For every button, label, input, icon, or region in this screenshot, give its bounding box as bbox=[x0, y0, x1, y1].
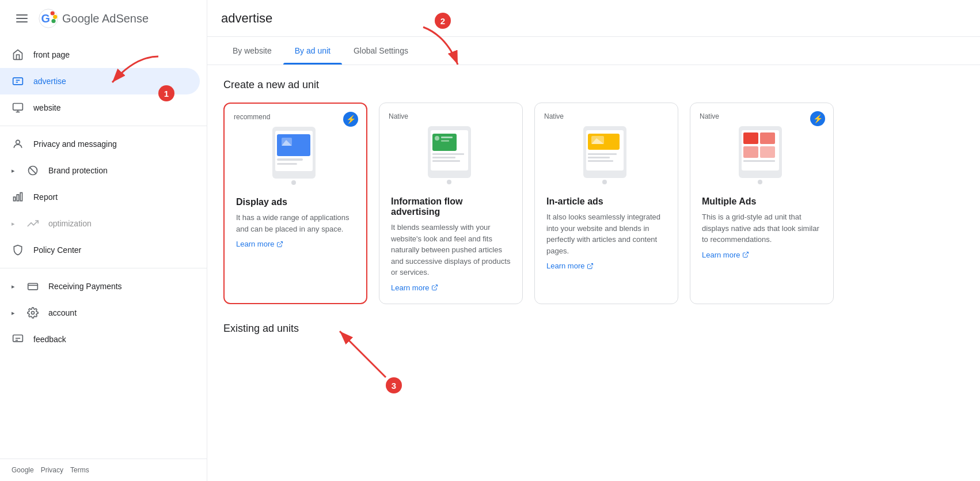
expand-dot-opt: ▸ bbox=[12, 220, 15, 228]
svg-rect-36 bbox=[441, 137, 453, 138]
card-badge-article: Native bbox=[544, 112, 564, 120]
logo: G Google AdSense bbox=[38, 8, 149, 29]
card-title-info: Information flow advertising bbox=[391, 196, 511, 217]
svg-point-19 bbox=[32, 312, 35, 315]
sidebar-label-brand: Brand protection bbox=[48, 166, 108, 175]
svg-rect-16 bbox=[20, 193, 22, 201]
sidebar-header: G Google AdSense bbox=[0, 0, 207, 37]
sidebar-item-report[interactable]: Report bbox=[0, 184, 200, 210]
card-in-article[interactable]: Native bbox=[534, 103, 678, 304]
home-icon bbox=[12, 48, 24, 61]
sidebar-label-front-page: front page bbox=[33, 50, 70, 59]
svg-line-52 bbox=[590, 263, 593, 267]
person-icon bbox=[12, 138, 24, 150]
footer-google[interactable]: Google bbox=[12, 466, 34, 474]
card-learn-more-article[interactable]: Learn more bbox=[546, 262, 594, 270]
arrow-2 bbox=[417, 24, 475, 70]
svg-point-2 bbox=[51, 11, 55, 15]
logo-text: Google AdSense bbox=[62, 12, 149, 25]
tab-by-ad-unit[interactable]: By ad unit bbox=[283, 37, 342, 65]
topbar: advertise bbox=[207, 0, 980, 37]
svg-rect-56 bbox=[760, 132, 775, 144]
svg-point-30 bbox=[291, 180, 296, 185]
card-desc-article: It also looks seamlessly integrated into… bbox=[546, 211, 666, 256]
footer-privacy[interactable]: Privacy bbox=[41, 466, 63, 474]
card-multiple-ads[interactable]: Native ⚡ bbox=[690, 103, 834, 304]
sidebar-item-optimization[interactable]: ▸ optimization bbox=[0, 210, 200, 237]
arrow-3 bbox=[328, 320, 397, 383]
expand-dot-brand: ▸ bbox=[12, 167, 15, 175]
sidebar-nav: front page advertise website bbox=[0, 37, 207, 459]
svg-rect-28 bbox=[277, 158, 303, 161]
block-icon bbox=[26, 164, 39, 177]
badge-1: 1 bbox=[158, 85, 174, 101]
card-learn-more-info[interactable]: Learn more bbox=[391, 283, 438, 292]
svg-line-42 bbox=[434, 285, 438, 289]
sidebar-label-payments: Receiving Payments bbox=[48, 282, 122, 291]
sidebar-label-website: website bbox=[33, 103, 60, 112]
shield-icon bbox=[12, 244, 24, 256]
svg-rect-14 bbox=[14, 197, 16, 201]
expand-dot-account: ▸ bbox=[12, 309, 15, 317]
sidebar-item-payments[interactable]: ▸ Receiving Payments bbox=[0, 273, 200, 300]
svg-text:G: G bbox=[41, 12, 50, 25]
card-desc-display: It has a wide range of applications and … bbox=[236, 212, 355, 234]
svg-rect-40 bbox=[432, 160, 460, 162]
card-desc-info: It blends seamlessly with your website's… bbox=[391, 222, 511, 278]
card-title-display: Display ads bbox=[236, 197, 355, 207]
card-badge-multiple: Native bbox=[700, 112, 719, 120]
sidebar-label-optimization: optimization bbox=[48, 219, 92, 228]
footer-terms[interactable]: Terms bbox=[70, 466, 89, 474]
advertise-icon bbox=[12, 75, 24, 88]
svg-point-35 bbox=[435, 136, 439, 141]
sidebar-item-account[interactable]: ▸ account bbox=[0, 300, 200, 326]
svg-rect-49 bbox=[588, 157, 610, 158]
logo-icon: G bbox=[38, 8, 59, 29]
svg-line-61 bbox=[745, 252, 749, 256]
svg-point-60 bbox=[758, 180, 762, 184]
tab-by-website[interactable]: By website bbox=[221, 37, 283, 65]
svg-rect-50 bbox=[588, 160, 613, 162]
svg-rect-5 bbox=[13, 78, 23, 85]
card-title-multiple: Multiple Ads bbox=[702, 196, 822, 207]
card-title-article: In-article ads bbox=[546, 196, 666, 207]
create-section-title: Create a new ad unit bbox=[223, 79, 964, 91]
sidebar-item-brand[interactable]: ▸ Brand protection bbox=[0, 157, 200, 184]
card-learn-more-display[interactable]: Learn more bbox=[236, 240, 283, 248]
comment-icon bbox=[12, 333, 24, 346]
sidebar-item-feedback[interactable]: feedback bbox=[0, 326, 200, 353]
card-info-flow[interactable]: Native bbox=[379, 103, 523, 304]
card-badge-display: recommend bbox=[234, 113, 270, 121]
svg-point-51 bbox=[602, 180, 607, 184]
expand-dot-payments: ▸ bbox=[12, 283, 15, 290]
svg-rect-57 bbox=[743, 146, 758, 158]
sidebar-label-feedback: feedback bbox=[33, 335, 66, 344]
svg-rect-38 bbox=[432, 153, 464, 155]
svg-point-11 bbox=[16, 140, 20, 144]
monitor-icon bbox=[12, 101, 24, 114]
card-badge-info: Native bbox=[389, 112, 408, 120]
lightning-icon-multiple: ⚡ bbox=[810, 111, 825, 126]
svg-point-3 bbox=[53, 15, 57, 19]
sidebar-label-privacy: Privacy and messaging bbox=[33, 139, 117, 149]
svg-line-13 bbox=[29, 167, 36, 174]
svg-rect-37 bbox=[441, 140, 449, 142]
bar-chart-icon bbox=[12, 191, 24, 203]
content-area: Create a new ad unit recommend ⚡ bbox=[207, 65, 980, 481]
sidebar-item-privacy[interactable]: Privacy and messaging bbox=[0, 131, 200, 157]
card-display-ads[interactable]: recommend ⚡ bbox=[223, 103, 367, 304]
sidebar-item-policy[interactable]: Policy Center bbox=[0, 237, 200, 263]
svg-rect-48 bbox=[588, 153, 617, 155]
trend-icon bbox=[26, 217, 39, 230]
badge-3: 3 bbox=[386, 377, 402, 393]
svg-rect-17 bbox=[28, 283, 38, 290]
tab-global-settings[interactable]: Global Settings bbox=[342, 37, 420, 65]
topbar-title: advertise bbox=[221, 11, 272, 26]
sidebar-label-advertise: advertise bbox=[33, 77, 66, 86]
hamburger-button[interactable] bbox=[12, 10, 32, 27]
svg-rect-55 bbox=[743, 132, 758, 144]
card-learn-more-multiple[interactable]: Learn more bbox=[702, 251, 749, 259]
svg-rect-39 bbox=[432, 157, 455, 158]
sidebar-label-policy: Policy Center bbox=[33, 245, 81, 255]
sidebar-footer: Google Privacy Terms bbox=[0, 459, 207, 481]
